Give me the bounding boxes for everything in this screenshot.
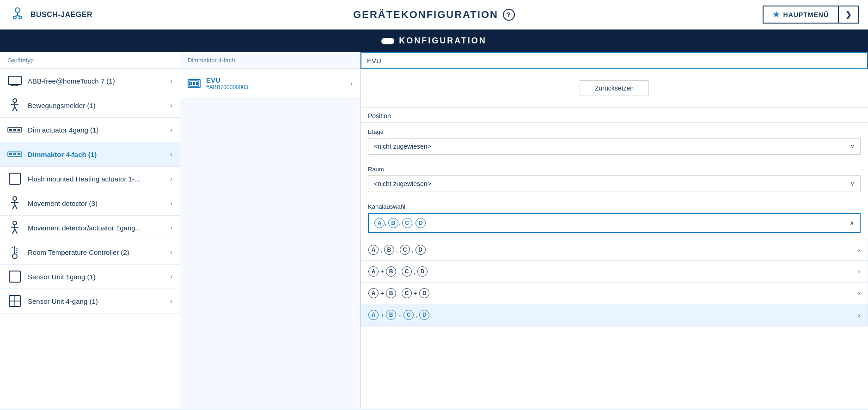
- kanal-option-abcd[interactable]: A , B , C , D ›: [361, 239, 868, 261]
- right-panel-inner: Zurücksetzen Position Etage <nicht zugew…: [361, 52, 868, 409]
- opt2-ch-c: C: [402, 266, 412, 277]
- sidebar-item-flush-heating[interactable]: Flush mounted Heating actuator 1-... ›: [0, 167, 180, 191]
- opt4-chevron: ›: [858, 311, 860, 319]
- square-icon-2: [7, 271, 22, 282]
- opt1-ch-d: D: [416, 245, 426, 255]
- svg-rect-6: [8, 76, 21, 84]
- etage-arrow-icon: ∨: [850, 143, 855, 150]
- opt1-ch-a: A: [368, 245, 379, 255]
- svg-rect-22: [18, 153, 20, 155]
- opt4-ch-b: B: [386, 310, 396, 320]
- right-panel: Zurücksetzen Position Etage <nicht zugew…: [361, 52, 868, 409]
- motion-icon-2: [7, 198, 22, 209]
- evu-icon: [188, 79, 201, 88]
- konfiguration-bar: KONFIGURATION: [0, 30, 868, 52]
- kanal-option-ab-cpd[interactable]: A + B , C + D ›: [361, 283, 868, 304]
- card-chevron-icon: ›: [350, 80, 353, 87]
- chevron-right-icon-3: ›: [170, 126, 172, 133]
- expand-button[interactable]: ❯: [839, 6, 859, 24]
- sidebar-item-sensor-4gang-label: Sensor Unit 4-gang (1): [28, 297, 165, 305]
- svg-line-27: [12, 205, 15, 209]
- sidebar-item-abb-free[interactable]: ABB-free@homeTouch 7 (1) ›: [0, 69, 180, 93]
- svg-line-28: [15, 205, 17, 209]
- channel-c: C: [402, 218, 412, 228]
- reset-button[interactable]: Zurücksetzen: [580, 80, 649, 96]
- raum-arrow-icon: ∨: [850, 181, 855, 187]
- kanal-section: Kanalauswahl A, B, C, D ∧: [361, 198, 868, 239]
- chevron-right-icon-5: ›: [170, 175, 172, 182]
- star-icon: ★: [773, 10, 780, 19]
- opt1-chevron: ›: [858, 246, 860, 253]
- hauptmenu-label: HAUPTMENÜ: [783, 11, 829, 18]
- device-card-info: EVU #ABB700000003: [206, 76, 248, 90]
- chevron-right-icon-6: ›: [170, 199, 172, 207]
- sidebar-item-dim-actuator-label: Dim actuator 4gang (1): [28, 126, 165, 134]
- opt3-ch-c: C: [402, 288, 412, 298]
- channel-a: A: [374, 218, 385, 228]
- chevron-right-icon-7: ›: [170, 224, 172, 231]
- opt3-ch-b: B: [386, 288, 396, 298]
- sidebar-item-dim-actuator[interactable]: Dim actuator 4gang (1) ›: [0, 118, 180, 142]
- sidebar-item-movement-actuator[interactable]: Movement detector/actuator 1gang... ›: [0, 216, 180, 240]
- raum-select[interactable]: <nicht zugewiesen> ∨: [368, 176, 860, 192]
- sidebar-item-sensor-1gang[interactable]: Sensor Unit 1gang (1) ›: [0, 265, 180, 289]
- channel-d: D: [416, 218, 426, 228]
- sidebar-item-movement-detector[interactable]: Movement detector (3) ›: [0, 191, 180, 216]
- etage-label: Etage: [368, 128, 861, 135]
- hauptmenu-button[interactable]: ★ HAUPTMENÜ: [763, 6, 839, 24]
- svg-point-0: [15, 8, 20, 12]
- opt4-ch-a: A: [368, 310, 379, 320]
- opt3-ch-d: D: [419, 288, 429, 298]
- konfig-icon: [381, 38, 394, 44]
- motion-icon-1: [7, 100, 22, 111]
- svg-point-35: [12, 254, 17, 259]
- header-title: GERÄTEKONFIGURATION ?: [353, 9, 515, 21]
- header-right: ★ HAUPTMENÜ ❯: [763, 6, 859, 24]
- kanal-option-abc-d-text: A + B + C , D: [368, 310, 429, 320]
- svg-point-3: [19, 16, 22, 19]
- sidebar-item-sensor-4gang[interactable]: Sensor Unit 4-gang (1) ›: [0, 289, 180, 314]
- left-panel: Gerätetyp ABB-free@homeTouch 7 (1) › Bew…: [0, 52, 180, 409]
- chevron-right-icon-2: ›: [170, 102, 172, 109]
- kanal-option-abc-d[interactable]: A + B + C , D ›: [361, 304, 868, 326]
- left-panel-header: Gerätetyp: [0, 52, 180, 69]
- etage-select[interactable]: <nicht zugewiesen> ∨: [368, 139, 860, 154]
- sidebar-item-flush-heating-label: Flush mounted Heating actuator 1-...: [28, 175, 165, 183]
- channel-b: B: [388, 218, 398, 228]
- sidebar-item-room-temp[interactable]: Room Temperature Controller (2) ›: [0, 240, 180, 265]
- svg-line-13: [12, 107, 15, 111]
- header-title-text: GERÄTEKONFIGURATION: [353, 9, 498, 21]
- sidebar-item-room-temp-label: Room Temperature Controller (2): [28, 248, 165, 256]
- main-content: Gerätetyp ABB-free@homeTouch 7 (1) › Bew…: [0, 52, 868, 409]
- device-card-evu[interactable]: EVU #ABB700000003 ›: [180, 69, 360, 98]
- dimmer-icon-2: [7, 149, 22, 160]
- help-icon[interactable]: ?: [503, 9, 515, 21]
- busch-jaeger-logo-icon: [9, 6, 26, 23]
- sidebar-item-bewegungsmelder[interactable]: Bewegungsmelder (1) ›: [0, 93, 180, 118]
- svg-rect-46: [193, 82, 195, 85]
- svg-rect-16: [9, 129, 12, 131]
- svg-line-4: [15, 16, 18, 16]
- svg-rect-17: [13, 129, 16, 131]
- kanal-selected-display[interactable]: A, B, C, D ∧: [368, 213, 861, 233]
- opt2-ch-d: D: [417, 266, 428, 277]
- search-input[interactable]: [367, 57, 862, 65]
- kanal-option-abcd-text: A , B , C , D: [368, 245, 426, 255]
- sidebar-item-dimmaktor[interactable]: Dimmaktor 4-fach (1) ›: [0, 142, 180, 167]
- kanal-options-list: A , B , C , D › A + B: [361, 239, 868, 326]
- monitor-icon: [7, 75, 22, 86]
- kanal-option-ab-cd-text: A + B , C , D: [368, 266, 428, 277]
- kanal-option-ab-cd[interactable]: A + B , C , D ›: [361, 261, 868, 283]
- konfig-label: KONFIGURATION: [399, 36, 487, 46]
- opt4-ch-d: D: [419, 310, 429, 320]
- logo-text: BUSCH-JAEGER: [31, 11, 92, 19]
- sidebar-item-dimmaktor-label: Dimmaktor 4-fach (1): [28, 151, 165, 158]
- svg-rect-18: [18, 129, 20, 131]
- svg-rect-47: [196, 82, 198, 85]
- kanal-label: Kanalauswahl: [368, 203, 861, 210]
- svg-point-29: [13, 221, 17, 225]
- dimmer-icon-1: [7, 124, 22, 135]
- chevron-right-icon-8: ›: [170, 248, 172, 256]
- motion-icon-3: [7, 222, 22, 233]
- sidebar-item-sensor-1gang-label: Sensor Unit 1gang (1): [28, 273, 165, 281]
